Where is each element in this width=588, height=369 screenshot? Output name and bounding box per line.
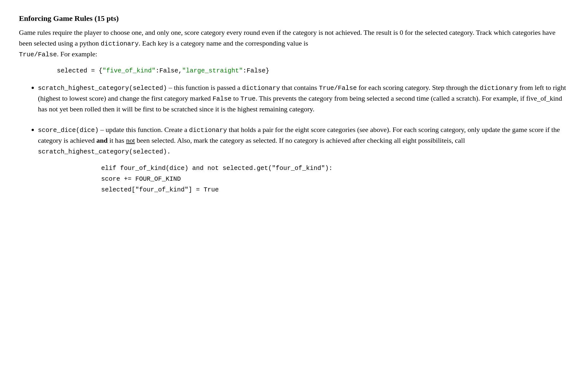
- intro-text-2: . For example:: [57, 50, 97, 58]
- bullet1-code2: True/False: [319, 84, 357, 92]
- bullet-list: scratch_highest_category(selected) – thi…: [38, 82, 569, 195]
- code-key2: "large_straight": [182, 67, 243, 74]
- code-prefix: selected = {: [57, 67, 102, 74]
- code-example-block: selected = {"five_of_kind":False,"large_…: [57, 66, 569, 76]
- bullet1-code5: True: [240, 95, 255, 103]
- bullet1-funcname: scratch_highest_category(selected): [38, 84, 167, 92]
- code-colon2: :False}: [243, 67, 269, 74]
- code-line1: elif four_of_kind(dice) and not selected…: [101, 163, 569, 174]
- bullet1-text4: to: [231, 94, 240, 102]
- intro-text-1b: . Each key is a category name and the co…: [138, 39, 308, 47]
- code-colon1: :False,: [156, 67, 182, 74]
- bullet1-code4: False: [212, 95, 231, 103]
- bullet2-text3: been selected. Also, mark the category a…: [135, 136, 465, 144]
- code-line3: selected["four_of_kind"] = True: [101, 184, 569, 195]
- bullet2-code-block: elif four_of_kind(dice) and not selected…: [101, 163, 569, 195]
- bullet2-bold1: and: [96, 136, 107, 144]
- bullet2-code1: dictionary: [189, 127, 227, 134]
- intro-paragraph: Game rules require the player to choose …: [19, 27, 569, 59]
- intro-code-truefalse: True/False: [19, 51, 57, 58]
- bullet1-dash: – this function is passed a: [167, 84, 242, 91]
- code-key1: "five_of_kind": [102, 67, 156, 74]
- code-line2: score += FOUR_OF_KIND: [101, 174, 569, 184]
- bullet2-funcname: score_dice(dice): [38, 127, 99, 134]
- bullet1-code1: dictionary: [242, 84, 280, 92]
- bullet1-text1: that contains: [280, 84, 319, 91]
- list-item-1: scratch_highest_category(selected) – thi…: [38, 82, 569, 115]
- list-item-2: score_dice(dice) – update this function.…: [38, 124, 569, 195]
- section-title: Enforcing Game Rules (15 pts): [19, 13, 569, 24]
- bullet2-underline1: not: [126, 136, 135, 144]
- bullet1-text2: for each scoring category. Step through …: [357, 84, 480, 91]
- bullet2-text2: it has: [108, 136, 126, 144]
- intro-code-dictionary: dictionary: [101, 40, 138, 47]
- page-content: Enforcing Game Rules (15 pts) Game rules…: [19, 13, 569, 195]
- bullet2-code2: scratch_highest_category(selected).: [38, 148, 171, 155]
- bullet1-code3: dictionary: [480, 84, 518, 92]
- bullet2-dash: – update this function. Create a: [99, 126, 189, 134]
